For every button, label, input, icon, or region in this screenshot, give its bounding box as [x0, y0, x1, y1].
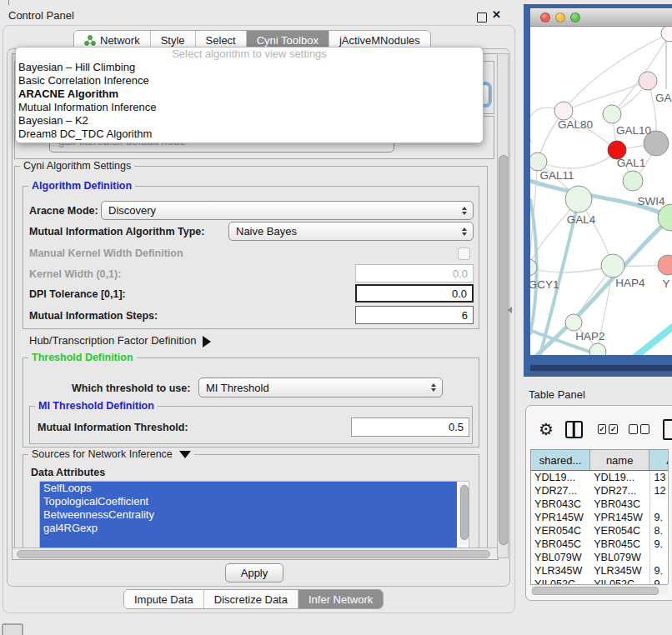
zoom-traffic-light[interactable]: [570, 12, 580, 22]
data-attribute-item[interactable]: SelfLoops: [40, 482, 457, 495]
settings-vscrollbar-thumb[interactable]: [499, 155, 509, 545]
network-node[interactable]: [639, 72, 657, 90]
algorithm-dropdown-item[interactable]: Bayesian – K2: [16, 114, 483, 128]
collapsed-arrow-icon[interactable]: [203, 336, 211, 348]
checked-checkbox-icon[interactable]: ✓: [609, 424, 618, 434]
page-icon[interactable]: [663, 419, 672, 440]
table-cell: YIL052C: [590, 578, 649, 584]
network-node[interactable]: [554, 102, 573, 120]
table-row[interactable]: YBL079WYBL079W: [531, 551, 672, 564]
network-node[interactable]: [623, 171, 643, 191]
table-row[interactable]: YER054CYER054C8.: [531, 524, 672, 538]
dpi-tolerance-label: DPI Tolerance [0,1]:: [29, 288, 126, 300]
tab-discretize-data[interactable]: Discretize Data: [204, 590, 298, 608]
table-vertical-scrollbar[interactable]: [668, 449, 672, 584]
network-edge[interactable]: [564, 33, 669, 111]
table-cell: YBR045C: [531, 538, 590, 551]
network-node-label: HAP4: [615, 277, 645, 289]
algorithm-dropdown-item[interactable]: Dream8 DC_TDC Algorithm: [16, 128, 483, 141]
network-node-label: SWI4: [637, 195, 664, 208]
algorithm-dropdown-item[interactable]: Mutual Information Inference: [16, 101, 483, 114]
network-node[interactable]: [565, 314, 582, 331]
table-cell: YLR345W: [590, 564, 649, 578]
network-canvas[interactable]: GALGAL80GAL10GAL1GAL11SWI4GAL4GCY1HAP4YH…: [530, 27, 672, 355]
data-attribute-item[interactable]: TopologicalCoefficient: [40, 495, 457, 508]
bottom-left-partial-button[interactable]: [2, 623, 23, 635]
table-cell: YER054C: [531, 524, 590, 538]
network-node[interactable]: [603, 105, 621, 123]
unchecked-checkbox-icon[interactable]: [629, 424, 638, 434]
settings-hscrollbar-thumb[interactable]: [17, 550, 490, 558]
aracne-mode-label: Aracne Mode:: [29, 205, 98, 217]
table-horizontal-scrollbar[interactable]: [530, 584, 668, 595]
algorithm-dropdown-item[interactable]: Bayesian – Hill Climbing: [16, 61, 483, 74]
table-cell: YDL19...: [531, 471, 590, 484]
aracne-mode-combobox[interactable]: Discovery: [101, 201, 474, 220]
algorithm-dropdown-item[interactable]: ARACNE Algorithm: [16, 88, 483, 101]
network-window-bottom-frame: [530, 355, 672, 377]
network-node[interactable]: [589, 343, 606, 355]
network-node-label: GCY1: [530, 278, 559, 291]
split-columns-icon[interactable]: [565, 421, 583, 438]
dpi-tolerance-input[interactable]: 0.0: [355, 284, 474, 302]
network-view-window[interactable]: GALGAL80GAL10GAL1GAL11SWI4GAL4GCY1HAP4YH…: [524, 4, 672, 377]
tab-infer-network[interactable]: Infer Network: [298, 590, 383, 608]
network-edge[interactable]: [635, 328, 672, 355]
data-attribute-item[interactable]: gal4RGexp: [40, 522, 457, 535]
float-window-icon[interactable]: [477, 12, 487, 22]
table-row[interactable]: YLR345WYLR345W9.: [531, 564, 672, 578]
algorithm-dropdown[interactable]: Select algorithm to view settings Bayesi…: [15, 47, 484, 143]
table-row[interactable]: YIL052CYIL052C9: [531, 578, 672, 584]
which-threshold-label: Which threshold to use:: [72, 382, 190, 394]
network-edge[interactable]: [530, 266, 613, 272]
algorithm-dropdown-item[interactable]: Basic Correlation Inference: [16, 74, 483, 88]
column-header-name[interactable]: name: [590, 450, 649, 470]
table-hscrollbar-thumb[interactable]: [532, 587, 659, 595]
table-row[interactable]: YBR043CYBR043C: [531, 498, 672, 511]
which-threshold-combobox[interactable]: MI Threshold: [198, 378, 443, 398]
sources-title[interactable]: Sources for Network Inference: [28, 448, 194, 460]
table-row[interactable]: YDL19...YDL19...13: [531, 471, 672, 484]
table-toolbar: ⚙ ✓ ✓: [531, 412, 672, 446]
network-edge[interactable]: [538, 151, 617, 168]
close-window-icon[interactable]: ✕: [492, 8, 501, 21]
network-node[interactable]: [530, 152, 547, 171]
tab-impute-data[interactable]: Impute Data: [124, 590, 204, 608]
table-cell: YDR27...: [531, 484, 590, 498]
table-panel: ⚙ ✓ ✓ shared... name A YDL19...YDL19...1…: [525, 405, 672, 601]
column-header-shared-name[interactable]: shared...: [531, 450, 590, 470]
network-node[interactable]: [601, 254, 624, 278]
data-attributes-list[interactable]: SelfLoopsTopologicalCoefficientBetweenne…: [39, 481, 469, 549]
attributes-scrollbar-thumb[interactable]: [460, 485, 469, 540]
table-row[interactable]: YDR27...YDR27...12: [531, 484, 672, 498]
network-node[interactable]: [661, 27, 672, 42]
data-attribute-item[interactable]: [40, 535, 457, 548]
network-window-titlebar[interactable]: [530, 8, 672, 27]
algorithm-dropdown-list: Bayesian – Hill ClimbingBasic Correlatio…: [16, 61, 483, 141]
settings-horizontal-scrollbar[interactable]: [13, 548, 498, 559]
gear-icon[interactable]: ⚙: [539, 419, 554, 439]
threshold-definition-title: Threshold Definition: [28, 352, 137, 363]
table-row[interactable]: YPR145WYPR145W9.: [531, 511, 672, 524]
hub-section-toggle[interactable]: Hub/Transcription Factor Definition: [29, 334, 211, 348]
table-row[interactable]: YBR045CYBR045C9.: [531, 538, 672, 551]
network-node[interactable]: [658, 255, 672, 275]
control-panel-titlebar: Control Panel ✕: [0, 5, 517, 25]
data-attribute-item[interactable]: BetweennessCentrality: [40, 508, 457, 522]
close-traffic-light[interactable]: [540, 12, 550, 22]
table-panel-title: Table Panel: [529, 388, 585, 401]
mi-steps-label: Mutual Information Steps:: [29, 310, 158, 322]
checked-checkbox-icon[interactable]: ✓: [598, 424, 607, 434]
expanded-arrow-icon[interactable]: [179, 451, 191, 458]
mi-steps-input[interactable]: 6: [355, 306, 474, 324]
unchecked-checkbox-icon[interactable]: [640, 424, 649, 434]
apply-button[interactable]: Apply: [225, 563, 283, 582]
splitter-handle[interactable]: [508, 307, 512, 313]
attributes-list-scrollbar[interactable]: [459, 483, 468, 545]
mi-algorithm-type-combobox[interactable]: Naive Bayes: [228, 222, 474, 241]
network-node[interactable]: [565, 186, 592, 212]
mi-threshold-input[interactable]: 0.5: [351, 418, 469, 437]
minimize-traffic-light[interactable]: [555, 12, 565, 22]
table-cell: YPR145W: [531, 511, 590, 524]
traffic-lights: [540, 12, 585, 22]
